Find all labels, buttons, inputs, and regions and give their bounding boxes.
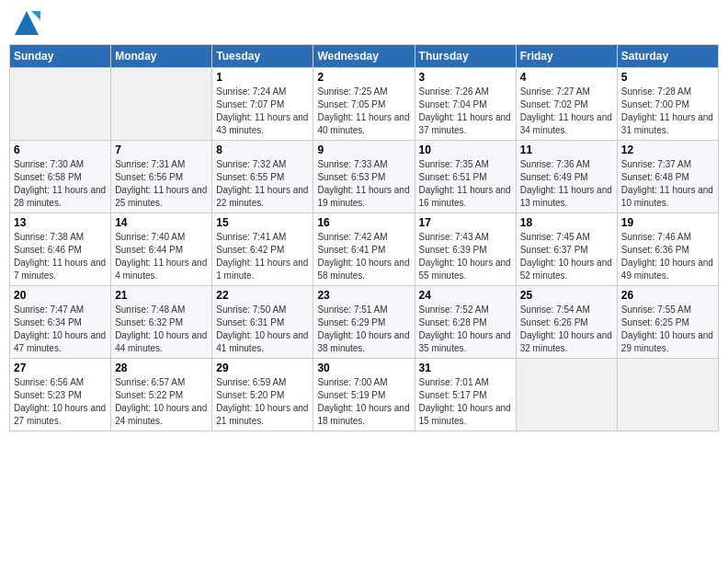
day-number: 5	[621, 71, 714, 84]
day-info: Sunrise: 7:31 AMSunset: 6:56 PMDaylight:…	[115, 158, 208, 210]
day-number: 24	[419, 289, 512, 302]
calendar-cell: 11Sunrise: 7:36 AMSunset: 6:49 PMDayligh…	[516, 141, 617, 213]
calendar-cell: 3Sunrise: 7:26 AMSunset: 7:04 PMDaylight…	[415, 68, 516, 141]
calendar-cell: 25Sunrise: 7:54 AMSunset: 6:26 PMDayligh…	[516, 286, 617, 359]
calendar-cell: 28Sunrise: 6:57 AMSunset: 5:22 PMDayligh…	[111, 359, 212, 431]
day-number: 7	[115, 144, 208, 156]
day-info: Sunrise: 7:38 AMSunset: 6:46 PMDaylight:…	[14, 231, 107, 282]
day-info: Sunrise: 7:43 AMSunset: 6:39 PMDaylight:…	[419, 231, 512, 282]
day-info: Sunrise: 7:33 AMSunset: 6:53 PMDaylight:…	[317, 158, 410, 210]
calendar-cell: 2Sunrise: 7:25 AMSunset: 7:05 PMDaylight…	[313, 68, 415, 141]
calendar-header-saturday: Saturday	[617, 45, 718, 68]
calendar-table: SundayMondayTuesdayWednesdayThursdayFrid…	[9, 44, 719, 431]
day-info: Sunrise: 7:27 AMSunset: 7:02 PMDaylight:…	[520, 86, 613, 137]
day-number: 16	[317, 216, 410, 229]
calendar-cell: 19Sunrise: 7:46 AMSunset: 6:36 PMDayligh…	[617, 213, 718, 286]
day-number: 17	[419, 216, 512, 229]
day-number: 10	[419, 144, 512, 156]
day-number: 31	[419, 362, 512, 374]
calendar-cell: 29Sunrise: 6:59 AMSunset: 5:20 PMDayligh…	[212, 359, 313, 431]
calendar-cell: 6Sunrise: 7:30 AMSunset: 6:58 PMDaylight…	[10, 141, 111, 213]
day-info: Sunrise: 7:52 AMSunset: 6:28 PMDaylight:…	[419, 304, 512, 355]
calendar-week-row: 6Sunrise: 7:30 AMSunset: 6:58 PMDaylight…	[10, 141, 719, 213]
day-number: 23	[317, 289, 410, 302]
day-info: Sunrise: 7:30 AMSunset: 6:58 PMDaylight:…	[14, 158, 107, 210]
calendar-header-friday: Friday	[516, 45, 617, 68]
calendar-header-tuesday: Tuesday	[212, 45, 313, 68]
day-info: Sunrise: 6:57 AMSunset: 5:22 PMDaylight:…	[115, 376, 208, 428]
page-header	[9, 9, 719, 37]
calendar-cell: 17Sunrise: 7:43 AMSunset: 6:39 PMDayligh…	[415, 213, 516, 286]
calendar-header-row: SundayMondayTuesdayWednesdayThursdayFrid…	[10, 45, 719, 68]
day-number: 28	[115, 362, 208, 374]
calendar-week-row: 27Sunrise: 6:56 AMSunset: 5:23 PMDayligh…	[10, 359, 719, 431]
day-info: Sunrise: 7:24 AMSunset: 7:07 PMDaylight:…	[216, 86, 309, 137]
calendar-header-wednesday: Wednesday	[313, 45, 415, 68]
day-info: Sunrise: 7:42 AMSunset: 6:41 PMDaylight:…	[317, 231, 410, 282]
day-info: Sunrise: 6:59 AMSunset: 5:20 PMDaylight:…	[216, 376, 309, 428]
day-info: Sunrise: 7:55 AMSunset: 6:25 PMDaylight:…	[621, 304, 714, 355]
calendar-cell: 1Sunrise: 7:24 AMSunset: 7:07 PMDaylight…	[212, 68, 313, 141]
calendar-cell	[111, 68, 212, 141]
day-info: Sunrise: 7:54 AMSunset: 6:26 PMDaylight:…	[520, 304, 613, 355]
day-number: 22	[216, 289, 309, 302]
day-number: 19	[621, 216, 714, 229]
calendar-cell: 15Sunrise: 7:41 AMSunset: 6:42 PMDayligh…	[212, 213, 313, 286]
day-number: 12	[621, 144, 714, 156]
calendar-cell: 5Sunrise: 7:28 AMSunset: 7:00 PMDaylight…	[617, 68, 718, 141]
logo-icon	[13, 9, 40, 37]
day-info: Sunrise: 7:46 AMSunset: 6:36 PMDaylight:…	[621, 231, 714, 282]
calendar-cell: 12Sunrise: 7:37 AMSunset: 6:48 PMDayligh…	[617, 141, 718, 213]
day-info: Sunrise: 7:45 AMSunset: 6:37 PMDaylight:…	[520, 231, 613, 282]
day-info: Sunrise: 7:28 AMSunset: 7:00 PMDaylight:…	[621, 86, 714, 137]
day-info: Sunrise: 7:51 AMSunset: 6:29 PMDaylight:…	[317, 304, 410, 355]
day-info: Sunrise: 7:00 AMSunset: 5:19 PMDaylight:…	[317, 376, 410, 428]
day-number: 8	[216, 144, 309, 156]
calendar-cell: 10Sunrise: 7:35 AMSunset: 6:51 PMDayligh…	[415, 141, 516, 213]
day-info: Sunrise: 6:56 AMSunset: 5:23 PMDaylight:…	[14, 376, 107, 428]
day-number: 1	[216, 71, 309, 84]
day-info: Sunrise: 7:37 AMSunset: 6:48 PMDaylight:…	[621, 158, 714, 210]
day-info: Sunrise: 7:40 AMSunset: 6:44 PMDaylight:…	[115, 231, 208, 282]
day-number: 26	[621, 289, 714, 302]
day-number: 2	[317, 71, 410, 84]
day-number: 14	[115, 216, 208, 229]
day-info: Sunrise: 7:01 AMSunset: 5:17 PMDaylight:…	[419, 376, 512, 428]
calendar-cell: 22Sunrise: 7:50 AMSunset: 6:31 PMDayligh…	[212, 286, 313, 359]
calendar-header-sunday: Sunday	[10, 45, 111, 68]
calendar-cell: 13Sunrise: 7:38 AMSunset: 6:46 PMDayligh…	[10, 213, 111, 286]
day-info: Sunrise: 7:25 AMSunset: 7:05 PMDaylight:…	[317, 86, 410, 137]
calendar-cell: 18Sunrise: 7:45 AMSunset: 6:37 PMDayligh…	[516, 213, 617, 286]
day-number: 6	[14, 144, 107, 156]
calendar-cell: 8Sunrise: 7:32 AMSunset: 6:55 PMDaylight…	[212, 141, 313, 213]
calendar-header-thursday: Thursday	[415, 45, 516, 68]
calendar-cell: 4Sunrise: 7:27 AMSunset: 7:02 PMDaylight…	[516, 68, 617, 141]
calendar-cell: 24Sunrise: 7:52 AMSunset: 6:28 PMDayligh…	[415, 286, 516, 359]
day-number: 29	[216, 362, 309, 374]
calendar-header-monday: Monday	[111, 45, 212, 68]
day-info: Sunrise: 7:35 AMSunset: 6:51 PMDaylight:…	[419, 158, 512, 210]
day-info: Sunrise: 7:36 AMSunset: 6:49 PMDaylight:…	[520, 158, 613, 210]
day-info: Sunrise: 7:26 AMSunset: 7:04 PMDaylight:…	[419, 86, 512, 137]
calendar-week-row: 20Sunrise: 7:47 AMSunset: 6:34 PMDayligh…	[10, 286, 719, 359]
day-number: 13	[14, 216, 107, 229]
calendar-week-row: 1Sunrise: 7:24 AMSunset: 7:07 PMDaylight…	[10, 68, 719, 141]
calendar-cell: 31Sunrise: 7:01 AMSunset: 5:17 PMDayligh…	[415, 359, 516, 431]
svg-marker-1	[31, 11, 40, 20]
day-info: Sunrise: 7:50 AMSunset: 6:31 PMDaylight:…	[216, 304, 309, 355]
day-number: 25	[520, 289, 613, 302]
day-number: 27	[14, 362, 107, 374]
calendar-cell: 26Sunrise: 7:55 AMSunset: 6:25 PMDayligh…	[617, 286, 718, 359]
day-number: 9	[317, 144, 410, 156]
calendar-cell: 14Sunrise: 7:40 AMSunset: 6:44 PMDayligh…	[111, 213, 212, 286]
day-number: 3	[419, 71, 512, 84]
logo	[13, 9, 44, 37]
day-number: 4	[520, 71, 613, 84]
calendar-cell	[617, 359, 718, 431]
calendar-cell: 27Sunrise: 6:56 AMSunset: 5:23 PMDayligh…	[10, 359, 111, 431]
calendar-week-row: 13Sunrise: 7:38 AMSunset: 6:46 PMDayligh…	[10, 213, 719, 286]
day-number: 20	[14, 289, 107, 302]
day-info: Sunrise: 7:47 AMSunset: 6:34 PMDaylight:…	[14, 304, 107, 355]
calendar-cell: 9Sunrise: 7:33 AMSunset: 6:53 PMDaylight…	[313, 141, 415, 213]
day-number: 18	[520, 216, 613, 229]
